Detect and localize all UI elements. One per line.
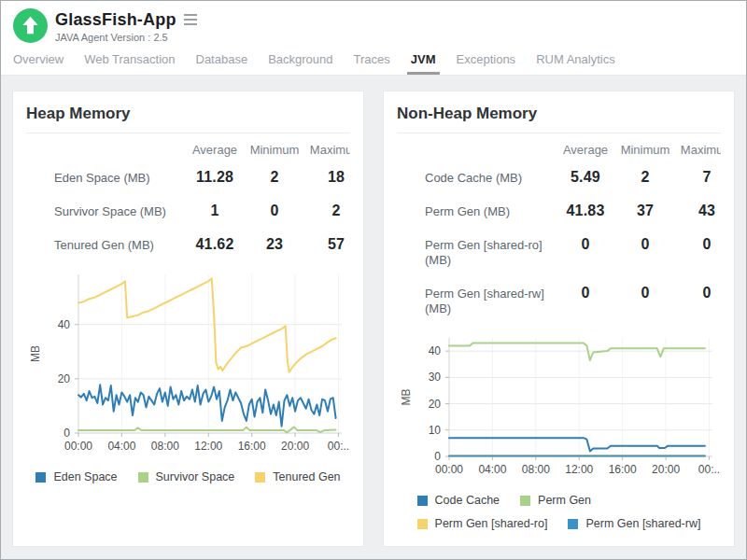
- tab-database[interactable]: Database: [186, 45, 259, 75]
- corner-cell: [26, 137, 185, 161]
- svg-text:00:..: 00:..: [698, 463, 720, 476]
- legend-item-eden-space[interactable]: Eden Space: [35, 470, 117, 483]
- legend-row: Perm Gen [shared-ro]Perm Gen [shared-rw]: [417, 517, 701, 530]
- svg-text:20:00: 20:00: [652, 463, 680, 476]
- legend-swatch: [138, 472, 148, 483]
- metric-row: Perm Gen [shared-ro](MB)000: [397, 228, 721, 276]
- svg-text:0: 0: [63, 427, 70, 440]
- legend-swatch: [568, 519, 578, 529]
- svg-text:16:00: 16:00: [609, 463, 637, 476]
- metric-value: 41.62: [185, 228, 245, 261]
- metric-value: 57: [304, 228, 350, 261]
- heap-memory-table: AverageMinimumMaximum Eden Space (MB)11.…: [26, 137, 350, 261]
- legend-label: Survivor Space: [156, 470, 235, 483]
- svg-text:40: 40: [58, 318, 71, 331]
- tab-traces[interactable]: Traces: [344, 45, 401, 75]
- legend-row: Code CachePerm Gen: [417, 494, 701, 507]
- content-area: Heap Memory AverageMinimumMaximum Eden S…: [1, 76, 746, 559]
- series-eden-space: [78, 385, 336, 426]
- metric-value: 2: [245, 161, 304, 194]
- svg-text:16:00: 16:00: [238, 440, 266, 453]
- metric-value: 43: [675, 194, 721, 228]
- title-block: GlassFish-App JAVA Agent Version : 2.5: [55, 8, 198, 43]
- panel-title: Heap Memory: [26, 105, 350, 123]
- metric-label: Perm Gen [shared-ro](MB): [397, 228, 556, 276]
- non-heap-memory-chart[interactable]: 01020304000:0004:0008:0012:0016:0020:000…: [397, 329, 724, 484]
- heap-memory-chart[interactable]: 0204000:0004:0008:0012:0016:0020:0000:..…: [26, 265, 353, 461]
- tab-exceptions[interactable]: Exceptions: [446, 45, 527, 75]
- metric-row: Code Cache (MB)5.4927: [397, 161, 721, 194]
- svg-text:MB: MB: [29, 345, 42, 362]
- column-header: Maximum: [675, 137, 721, 161]
- legend-label: Perm Gen [shared-rw]: [585, 517, 700, 530]
- legend-item-tenured-gen[interactable]: Tenured Gen: [255, 470, 340, 483]
- divider: [397, 133, 721, 133]
- metric-label: Perm Gen [shared-rw](MB): [397, 276, 556, 325]
- series-perm-gen: [449, 343, 705, 360]
- metric-label: Perm Gen (MB): [397, 194, 556, 228]
- tab-rum-analytics[interactable]: RUM Analytics: [526, 45, 626, 75]
- metric-value: 11.28: [185, 161, 245, 194]
- column-header: Average: [185, 137, 245, 161]
- tab-jvm[interactable]: JVM: [401, 45, 446, 75]
- non-heap-memory-table: AverageMinimumMaximum Code Cache (MB)5.4…: [397, 137, 721, 325]
- metric-value: 0: [615, 228, 675, 276]
- tab-bar: OverviewWeb TransactionDatabaseBackgroun…: [1, 43, 746, 76]
- series-survivor-space: [78, 427, 336, 433]
- metric-value: 41.83: [556, 194, 615, 228]
- svg-text:04:00: 04:00: [107, 440, 135, 453]
- non-heap-memory-legend: Code CachePerm GenPerm Gen [shared-ro]Pe…: [417, 494, 701, 540]
- metric-value: 0: [245, 194, 304, 228]
- svg-text:08:00: 08:00: [522, 463, 550, 476]
- non-heap-memory-panel: Non-Heap Memory AverageMinimumMaximum Co…: [383, 91, 735, 547]
- metric-label: Code Cache (MB): [397, 161, 556, 194]
- heap-memory-panel: Heap Memory AverageMinimumMaximum Eden S…: [12, 91, 364, 547]
- legend-item-code-cache[interactable]: Code Cache: [417, 494, 500, 507]
- svg-text:30: 30: [429, 371, 442, 384]
- metric-value: 5.49: [556, 161, 615, 194]
- agent-version-label: JAVA Agent Version : 2.5: [55, 32, 198, 43]
- legend-item-perm-gen[interactable]: Perm Gen: [520, 494, 591, 507]
- legend-swatch: [35, 472, 46, 483]
- series-tenured-gen: [78, 278, 336, 371]
- legend-swatch: [520, 496, 530, 506]
- app-header: GlassFish-App JAVA Agent Version : 2.5: [1, 1, 746, 43]
- metric-label: Eden Space (MB): [26, 161, 185, 194]
- tab-web-transaction[interactable]: Web Transaction: [74, 45, 185, 75]
- metric-label: Survivor Space (MB): [26, 194, 185, 228]
- metric-label: Tenured Gen (MB): [26, 228, 185, 261]
- metric-value: 1: [185, 194, 245, 228]
- metric-value: 0: [556, 228, 615, 276]
- legend-label: Tenured Gen: [273, 470, 340, 483]
- svg-text:00:00: 00:00: [435, 463, 463, 476]
- tab-overview[interactable]: Overview: [3, 45, 74, 75]
- hamburger-menu-icon[interactable]: [183, 12, 198, 27]
- column-header: Average: [556, 137, 615, 161]
- legend-item-survivor-space[interactable]: Survivor Space: [138, 470, 235, 483]
- svg-text:08:00: 08:00: [151, 440, 179, 453]
- legend-swatch: [417, 496, 428, 506]
- column-header: Minimum: [245, 137, 304, 161]
- heap-memory-table-wrap: AverageMinimumMaximum Eden Space (MB)11.…: [26, 137, 350, 261]
- metric-value: 0: [615, 276, 675, 325]
- metric-value: 0: [556, 276, 615, 325]
- metric-value: 18: [304, 161, 350, 194]
- svg-text:20:00: 20:00: [281, 440, 309, 453]
- legend-label: Code Cache: [435, 494, 500, 507]
- legend-label: Perm Gen [shared-ro]: [435, 517, 548, 530]
- tab-background[interactable]: Background: [258, 45, 343, 75]
- divider: [26, 133, 350, 133]
- legend-swatch: [255, 472, 265, 483]
- svg-text:20: 20: [58, 372, 71, 385]
- metric-row: Tenured Gen (MB)41.622357: [26, 228, 350, 261]
- app-status-up-icon: [13, 8, 48, 43]
- corner-cell: [397, 137, 556, 161]
- svg-text:20: 20: [429, 398, 442, 411]
- metric-value: 23: [245, 228, 304, 261]
- panel-title: Non-Heap Memory: [397, 105, 721, 123]
- legend-item-perm-gen-shared-rw-[interactable]: Perm Gen [shared-rw]: [568, 517, 700, 530]
- legend-item-perm-gen-shared-ro-[interactable]: Perm Gen [shared-ro]: [417, 517, 548, 530]
- legend-label: Eden Space: [53, 470, 117, 483]
- svg-text:00:..: 00:..: [328, 440, 349, 453]
- column-header: Maximum: [304, 137, 350, 161]
